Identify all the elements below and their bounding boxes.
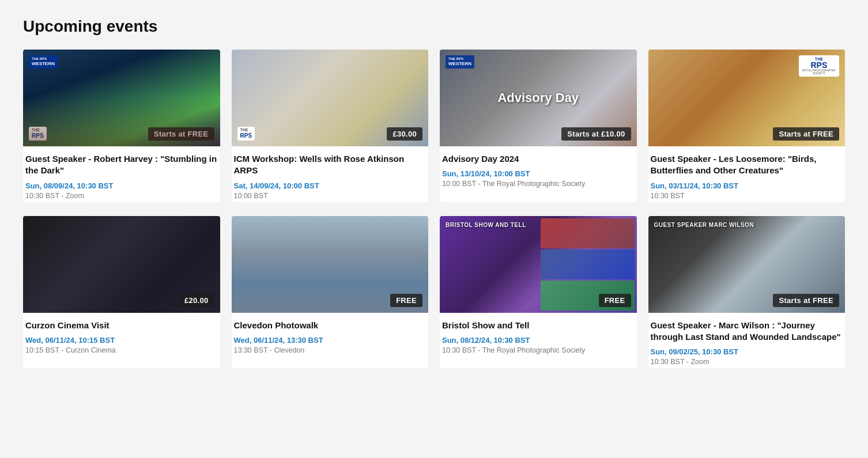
event-date: Sun, 09/02/25, 10:30 BST <box>651 347 843 356</box>
price-badge: FREE <box>390 294 422 307</box>
section-title: Upcoming events <box>23 17 845 36</box>
event-title: Bristol Show and Tell <box>442 320 635 331</box>
image-header-text: GUEST SPEAKER MARC WILSON <box>654 222 754 228</box>
event-card-icm-workshop[interactable]: THERPS£30.00ICM Workshop: Wells with Ros… <box>232 50 429 202</box>
event-card-robert-harvey[interactable]: THE RPSWESTERNTHERPSStarts at FREEGuest … <box>23 50 220 202</box>
price-badge: Starts at FREE <box>773 294 839 307</box>
rps-corner-badge: THERPSROYAL PHOTOGRAPHICSOCIETY <box>799 55 839 77</box>
event-image-les-loosemore: THERPSROYAL PHOTOGRAPHICSOCIETYStarts at… <box>648 50 846 146</box>
event-card-curzon-cinema[interactable]: £20.00Curzon Cinema VisitWed, 06/11/24, … <box>23 216 220 369</box>
event-meta: 13:30 BST - Clevedon <box>234 346 427 354</box>
event-card-advisory-day[interactable]: THE RPSWESTERNAdvisory DayStarts at £10.… <box>440 50 637 202</box>
event-image-icm-workshop: THERPS£30.00 <box>232 50 429 146</box>
event-date: Wed, 06/11/24, 13:30 BST <box>234 336 427 345</box>
price-badge: Starts at FREE <box>773 127 839 141</box>
price-badge: £20.00 <box>179 294 214 307</box>
rps-badge: THERPS <box>29 127 47 141</box>
event-image-clevedon-photowalk: FREE <box>232 216 429 313</box>
event-date: Sat, 14/09/24, 10:00 BST <box>234 181 427 190</box>
event-card-bristol-show-tell[interactable]: BRISTOL SHOW AND TELLFREEBristol Show an… <box>440 216 637 369</box>
event-image-bristol-show-tell: BRISTOL SHOW AND TELLFREE <box>440 216 637 313</box>
event-title: Advisory Day 2024 <box>442 153 635 165</box>
event-title: Clevedon Photowalk <box>234 320 427 331</box>
event-title: ICM Workshop: Wells with Rose Atkinson A… <box>234 153 427 177</box>
event-meta: 10:15 BST - Curzon Cinema <box>25 346 218 354</box>
event-title: Guest Speaker - Marc Wilson : "Journey t… <box>651 320 843 343</box>
event-image-curzon-cinema: £20.00 <box>23 216 220 313</box>
event-title: Curzon Cinema Visit <box>25 320 218 331</box>
western-badge: THE RPSWESTERN <box>29 55 58 69</box>
rps-badge: THERPS <box>237 127 255 141</box>
event-meta: 10:00 BST - The Royal Photographic Socie… <box>442 180 635 188</box>
event-meta: 10:30 BST <box>651 192 843 200</box>
event-meta: 10:30 BST - Zoom <box>25 192 218 200</box>
event-meta: 10:30 BST - The Royal Photographic Socie… <box>442 346 635 354</box>
price-badge: Starts at £10.00 <box>561 127 631 141</box>
event-image-robert-harvey: THE RPSWESTERNTHERPSStarts at FREE <box>23 50 220 146</box>
event-card-clevedon-photowalk[interactable]: FREEClevedon PhotowalkWed, 06/11/24, 13:… <box>232 216 429 369</box>
event-date: Sun, 03/11/24, 10:30 BST <box>651 181 843 190</box>
event-date: Sun, 13/10/24, 10:00 BST <box>442 169 635 178</box>
event-image-marc-wilson: GUEST SPEAKER MARC WILSONStarts at FREE <box>648 216 846 313</box>
advisory-overlay-text: Advisory Day <box>497 90 579 105</box>
western-badge: THE RPSWESTERN <box>446 55 474 69</box>
events-grid: THE RPSWESTERNTHERPSStarts at FREEGuest … <box>23 50 845 368</box>
event-title: Guest Speaker - Robert Harvey : "Stumbli… <box>25 153 218 177</box>
event-date: Sun, 08/12/24, 10:30 BST <box>442 336 635 345</box>
event-date: Sun, 08/09/24, 10:30 BST <box>25 181 218 190</box>
event-card-les-loosemore[interactable]: THERPSROYAL PHOTOGRAPHICSOCIETYStarts at… <box>648 50 846 202</box>
price-badge: Starts at FREE <box>148 127 214 141</box>
event-meta: 10:30 BST - Zoom <box>651 358 843 366</box>
price-badge: £30.00 <box>387 127 422 141</box>
event-date: Wed, 06/11/24, 10:15 BST <box>25 336 218 345</box>
price-badge: FREE <box>599 294 631 307</box>
event-card-marc-wilson[interactable]: GUEST SPEAKER MARC WILSONStarts at FREEG… <box>648 216 846 369</box>
photo-thumbnail <box>541 218 635 248</box>
event-meta: 10:00 BST <box>234 192 427 200</box>
event-image-advisory-day: THE RPSWESTERNAdvisory DayStarts at £10.… <box>440 50 637 146</box>
event-title: Guest Speaker - Les Loosemore: "Birds, B… <box>651 153 843 177</box>
photo-thumbnail <box>541 249 635 279</box>
image-header-text: BRISTOL SHOW AND TELL <box>446 222 526 228</box>
